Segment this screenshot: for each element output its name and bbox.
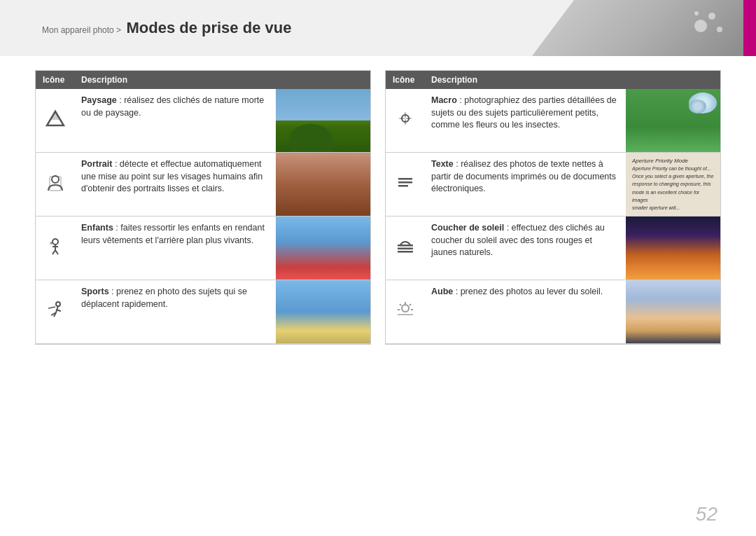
table-row: Portrait : détecte et effectue automatiq… (36, 153, 370, 217)
left-col-icon-header: Icône (36, 71, 74, 89)
table-row: Texte : réalisez des photos de texte net… (386, 153, 720, 217)
svg-line-19 (400, 304, 401, 305)
svg-rect-13 (398, 248, 413, 250)
right-table-section: Icône Description Macro : photographiez … (385, 70, 721, 345)
page-number: 52 (696, 503, 718, 525)
image-texte: Aperture Priority ModeAperture Priority … (626, 153, 720, 216)
page-header: Mon appareil photo > Modes de prise de v… (0, 0, 756, 56)
left-col-desc-header: Description (74, 71, 370, 89)
mode-title: Enfants (81, 223, 113, 233)
mode-title: Portrait (81, 159, 112, 169)
desc-cell-portrait: Portrait : détecte et effectue automatiq… (74, 153, 276, 217)
table-row: Sports : prenez en photo des sujets qui … (36, 280, 370, 344)
left-table: Icône Description Paysage : réalisez des… (36, 71, 370, 344)
tables-container: Icône Description Paysage : réalisez des… (35, 70, 721, 345)
left-table-body: Paysage : réalisez des clichés de nature… (36, 89, 370, 344)
svg-rect-10 (398, 181, 412, 184)
text-icon (386, 153, 424, 217)
right-table-body: Macro : photographiez des parties détail… (386, 89, 720, 344)
children-icon (36, 217, 74, 280)
img-cell-sports (276, 280, 370, 344)
macro-icon (386, 89, 424, 153)
img-cell-enfants (276, 217, 370, 280)
portrait-icon (36, 153, 74, 217)
desc-cell-enfants: Enfants : faites ressortir les enfants e… (74, 217, 276, 280)
sunset-icon (386, 217, 424, 280)
svg-rect-9 (398, 178, 412, 180)
mode-title: Texte (431, 159, 454, 169)
right-col-icon-header: Icône (386, 71, 424, 89)
table-row: Enfants : faites ressortir les enfants e… (36, 217, 370, 280)
right-col-desc-header: Description (424, 71, 720, 89)
image-sports (276, 280, 370, 343)
desc-cell-coucher-soleil: Coucher de soleil : effectuez des cliché… (424, 217, 626, 280)
svg-line-17 (410, 304, 411, 305)
sports-icon (36, 280, 74, 344)
mode-title: Coucher de soleil (431, 223, 504, 233)
mode-title: Aube (431, 287, 453, 296)
table-row: Macro : photographiez des parties détail… (386, 89, 720, 153)
svg-rect-11 (398, 185, 408, 187)
left-table-header-row: Icône Description (36, 71, 370, 89)
svg-point-6 (56, 302, 60, 306)
desc-cell-sports: Sports : prenez en photo des sujets qui … (74, 280, 276, 344)
table-row: Aube : prenez des photos au lever du sol… (386, 280, 720, 344)
img-cell-paysage (276, 89, 370, 153)
img-cell-macro (626, 89, 720, 153)
desc-cell-aube: Aube : prenez des photos au lever du sol… (424, 280, 626, 344)
breadcrumb-parent: Mon appareil photo > (42, 25, 121, 35)
header-accent-bar (743, 0, 756, 56)
svg-point-4 (52, 239, 58, 245)
breadcrumb: Mon appareil photo > Modes de prise de v… (42, 19, 291, 37)
svg-rect-12 (398, 245, 413, 247)
image-portrait (276, 153, 370, 216)
svg-rect-21 (398, 314, 413, 315)
dawn-icon (386, 280, 424, 344)
image-enfants (276, 217, 370, 280)
image-aube (626, 280, 720, 343)
table-row: Paysage : réalisez des clichés de nature… (36, 89, 370, 153)
right-table-header-row: Icône Description (386, 71, 720, 89)
header-dots-decoration (679, 7, 735, 49)
svg-rect-14 (398, 251, 413, 253)
mode-title: Sports (81, 287, 109, 296)
right-table: Icône Description Macro : photographiez … (386, 71, 720, 344)
svg-point-5 (50, 242, 52, 245)
desc-cell-texte: Texte : réalisez des photos de texte net… (424, 153, 626, 217)
img-cell-portrait (276, 153, 370, 217)
img-cell-texte: Aperture Priority ModeAperture Priority … (626, 153, 720, 217)
svg-line-7 (48, 307, 55, 308)
left-table-section: Icône Description Paysage : réalisez des… (35, 70, 371, 345)
breadcrumb-current: Modes de prise de vue (126, 19, 291, 36)
image-coucher-soleil (626, 217, 720, 280)
mode-title: Paysage (81, 95, 117, 105)
img-cell-aube (626, 280, 720, 344)
desc-cell-paysage: Paysage : réalisez des clichés de nature… (74, 89, 276, 153)
image-paysage (276, 89, 370, 152)
svg-point-15 (402, 305, 409, 312)
desc-cell-macro: Macro : photographiez des parties détail… (424, 89, 626, 153)
main-content: Icône Description Paysage : réalisez des… (0, 56, 756, 359)
table-row: Coucher de soleil : effectuez des cliché… (386, 217, 720, 280)
mountain-icon (36, 89, 74, 153)
mode-title: Macro (431, 95, 457, 105)
image-macro (626, 89, 720, 152)
img-cell-coucher-soleil (626, 217, 720, 280)
